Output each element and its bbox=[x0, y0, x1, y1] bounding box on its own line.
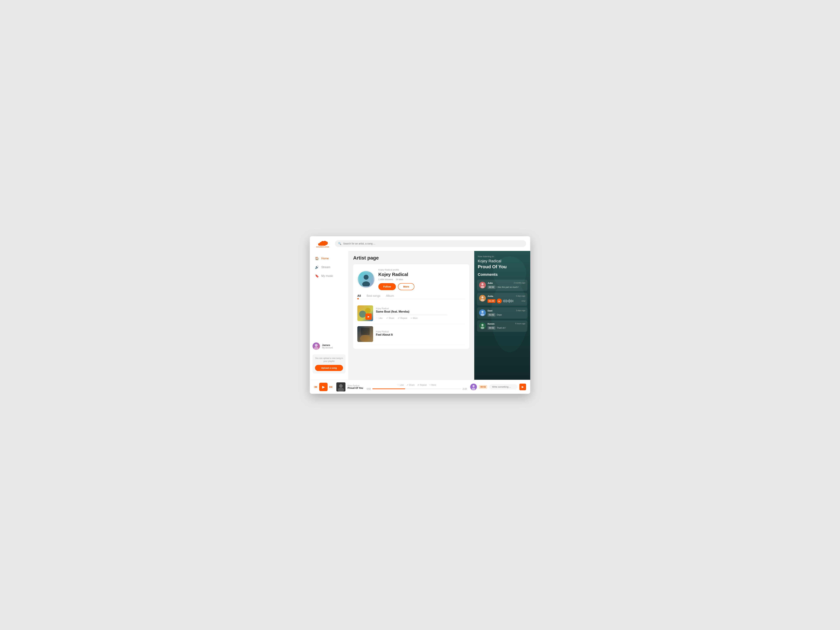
player-comment-input[interactable] bbox=[489, 384, 517, 390]
search-input[interactable] bbox=[343, 242, 523, 245]
player-share-button[interactable]: ↗ Share bbox=[407, 384, 415, 386]
prev-button[interactable]: ⏮ bbox=[314, 385, 317, 389]
comment-item: Dani 3 days ago 01:02 Dope bbox=[477, 307, 527, 319]
share-button[interactable]: ↗ Share bbox=[386, 317, 394, 319]
sidebar-item-home[interactable]: 🏠 Home bbox=[313, 254, 346, 262]
more-song-button[interactable]: + More bbox=[411, 317, 418, 319]
artist-stats: 2,46M followers 34 titles bbox=[378, 278, 414, 281]
account-name: James bbox=[322, 344, 333, 346]
song-details: Kojey Radical Same Boat (feat. Mereba) ♡… bbox=[376, 307, 465, 319]
tab-album[interactable]: Album bbox=[386, 294, 394, 299]
svg-point-39 bbox=[472, 385, 475, 387]
comment-username: Anita bbox=[488, 295, 493, 297]
svg-point-18 bbox=[360, 335, 371, 342]
logo-area: SOUNDCLOUD bbox=[314, 239, 332, 248]
player-progress-area: ♡ Like ↗ Share ↺ Repeat + More 0:53 bbox=[366, 384, 467, 390]
svg-point-15 bbox=[359, 311, 366, 317]
sidebar-item-label-home: Home bbox=[321, 257, 329, 260]
svg-point-8 bbox=[325, 242, 328, 244]
progress-row: 0:53 2:23 bbox=[366, 388, 467, 390]
account-section[interactable]: James My account bbox=[310, 339, 348, 353]
logo-text: SOUNDCLOUD bbox=[316, 246, 329, 248]
artist-card: Kojey Radical profile Kojey Radical 2,46… bbox=[353, 264, 469, 349]
artist-header: Kojey Radical profile Kojey Radical 2,46… bbox=[357, 268, 465, 290]
svg-point-9 bbox=[315, 344, 317, 347]
repeat-button[interactable]: ↺ Repeat bbox=[398, 317, 407, 319]
comment-timestamp: 02:52 bbox=[488, 286, 496, 289]
song-title: Feel About It bbox=[376, 333, 465, 336]
comment-timestamp: 01:02 bbox=[488, 313, 496, 317]
account-subtitle: My account bbox=[322, 346, 333, 349]
home-icon: 🏠 bbox=[315, 257, 319, 261]
svg-point-24 bbox=[482, 283, 483, 285]
sidebar-item-label-stream: Stream bbox=[321, 266, 330, 269]
artist-profile-label: Kojey Radical profile bbox=[378, 268, 414, 271]
comment-time: 5 hours ago bbox=[515, 322, 525, 325]
svg-point-36 bbox=[339, 384, 343, 388]
heart-icon: ♡ bbox=[397, 384, 399, 386]
svg-point-30 bbox=[482, 311, 483, 313]
total-time: 2:23 bbox=[463, 388, 467, 390]
player-like-button[interactable]: ♡ Like bbox=[397, 384, 404, 386]
progress-track[interactable] bbox=[373, 388, 461, 389]
comment-text: That's lit ! bbox=[497, 327, 506, 329]
player-avatar bbox=[470, 384, 477, 390]
player-title: Proud Of You bbox=[347, 387, 363, 389]
sidebar-item-label-mymusic: My music bbox=[321, 275, 333, 278]
comment-text: I like this part so much ! bbox=[497, 286, 519, 288]
svg-point-12 bbox=[364, 275, 369, 279]
heart-icon: ♡ bbox=[376, 317, 378, 319]
player-send-button[interactable]: ▶ bbox=[519, 384, 526, 390]
plus-icon: + bbox=[429, 384, 431, 386]
player-more-button[interactable]: + More bbox=[429, 384, 436, 386]
audio-play-button[interactable]: ▶ bbox=[497, 298, 502, 303]
song-thumbnail bbox=[357, 326, 373, 342]
share-icon: ↗ bbox=[407, 384, 408, 386]
svg-point-34 bbox=[481, 327, 484, 329]
stream-icon: 🔊 bbox=[315, 265, 319, 269]
repeat-icon: ↺ bbox=[398, 317, 399, 319]
comment-time: 5 days ago bbox=[516, 295, 525, 297]
comment-body: Kevon 5 hours ago 00:53 That's lit ! bbox=[488, 322, 525, 330]
now-listening: Now listening to : Kojey Radical Proud O… bbox=[474, 251, 530, 272]
comment-username: Kevon bbox=[488, 322, 494, 325]
center-content: Artist page bbox=[348, 251, 474, 380]
comment-timestamp: 00:53 bbox=[488, 326, 496, 330]
upload-button[interactable]: Upload a song bbox=[315, 365, 343, 371]
search-bar[interactable]: 🔍 bbox=[335, 240, 526, 247]
svg-point-25 bbox=[481, 286, 484, 288]
main-area: 🏠 Home 🔊 Stream 🔖 My music bbox=[310, 251, 530, 380]
play-pause-button[interactable]: ▶ bbox=[319, 383, 328, 391]
more-button[interactable]: More bbox=[398, 283, 414, 290]
tabs: All Best songs Album bbox=[357, 294, 465, 299]
song-artist: Kojey Radical bbox=[376, 307, 465, 310]
player-repeat-button[interactable]: ↺ Repeat bbox=[417, 384, 427, 386]
follower-count: 2,46M followers bbox=[378, 278, 393, 281]
comment-text: Dope bbox=[497, 314, 502, 316]
comment-username: Julie bbox=[488, 282, 493, 284]
player-comment-timestamp: 00:53 bbox=[479, 385, 487, 389]
svg-point-16 bbox=[365, 308, 371, 313]
comment-body: Julie 2 months ago 02:52 I like this par… bbox=[488, 282, 525, 289]
tab-all[interactable]: All bbox=[357, 294, 361, 299]
like-button[interactable]: ♡ Like bbox=[376, 317, 382, 319]
comment-time: 3 days ago bbox=[516, 309, 525, 312]
app-window: SOUNDCLOUD 🔍 🏠 Home 🔊 Stream 🔖 My mu bbox=[310, 236, 530, 394]
right-panel-content: Now listening to : Kojey Radical Proud O… bbox=[474, 251, 530, 380]
player-controls: ⏮ ▶ ⏭ bbox=[314, 383, 333, 391]
comment-avatar bbox=[479, 309, 486, 316]
play-button[interactable]: ▶ bbox=[365, 313, 372, 320]
sidebar-item-mymusic[interactable]: 🔖 My music bbox=[313, 272, 346, 280]
next-button[interactable]: ⏭ bbox=[329, 385, 333, 389]
player-artist: Kojey Radical bbox=[347, 384, 363, 387]
player-thumbnail bbox=[336, 382, 346, 392]
soundcloud-logo bbox=[317, 239, 328, 246]
sidebar-item-stream[interactable]: 🔊 Stream bbox=[313, 263, 346, 271]
now-playing-track: Proud Of You bbox=[478, 264, 527, 270]
comment-time: 2 months ago bbox=[514, 282, 525, 284]
svg-point-27 bbox=[482, 296, 483, 298]
tab-best-songs[interactable]: Best songs bbox=[366, 294, 380, 299]
svg-rect-19 bbox=[361, 328, 369, 335]
follow-button[interactable]: Follow bbox=[378, 283, 396, 290]
audio-end-time: 0:52 bbox=[522, 300, 525, 302]
